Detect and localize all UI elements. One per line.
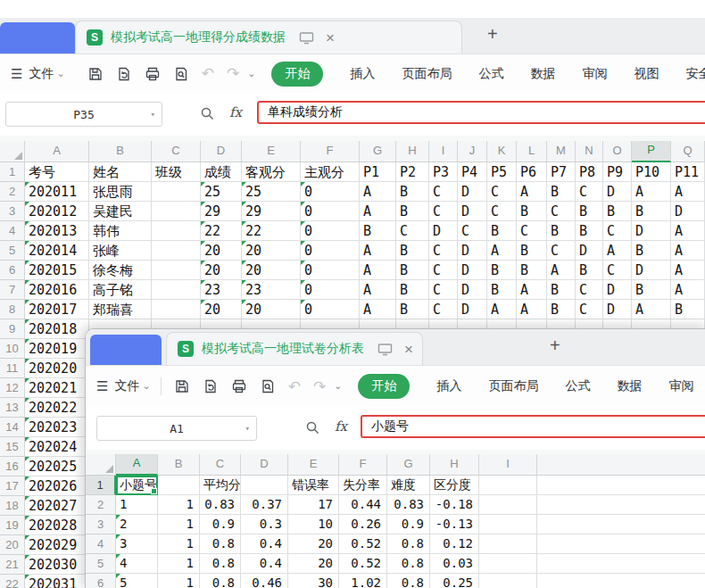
cell[interactable]: D [603, 300, 632, 319]
cell[interactable]: 0 [301, 280, 360, 300]
cell[interactable]: 班级 [152, 162, 201, 182]
cell[interactable]: D [458, 280, 487, 300]
save-icon[interactable] [174, 378, 190, 394]
cell[interactable]: C [429, 300, 458, 319]
col-header-O[interactable]: O [603, 141, 632, 162]
row-header-12[interactable]: 12 [0, 378, 25, 398]
cell[interactable]: D [632, 261, 671, 280]
cell[interactable]: B [487, 280, 517, 300]
cell[interactable]: 25 [201, 182, 242, 202]
cell[interactable]: 小题号 [116, 476, 158, 495]
cell[interactable]: 0.8 [387, 534, 430, 554]
cell[interactable]: 失分率 [339, 476, 387, 495]
cell[interactable]: 1.02 [339, 574, 387, 588]
col-header-K[interactable]: K [487, 141, 517, 162]
row-header-21[interactable]: 21 [0, 555, 25, 575]
cell[interactable]: A [547, 261, 576, 280]
row-header-16[interactable]: 16 [0, 457, 25, 476]
cell[interactable]: C [576, 280, 603, 300]
cell[interactable]: 202016 [25, 280, 89, 300]
cell[interactable]: A [487, 300, 517, 319]
cell[interactable]: 20 [288, 534, 339, 554]
cell[interactable]: 20 [288, 554, 339, 574]
cell[interactable]: 客观分 [242, 162, 301, 182]
cell[interactable]: D [632, 221, 671, 241]
cell[interactable]: B [396, 300, 429, 319]
cell[interactable] [479, 574, 537, 588]
cell[interactable]: 1 [158, 534, 200, 554]
cell[interactable]: B [487, 221, 517, 241]
row-header-2[interactable]: 2 [86, 495, 116, 515]
cell[interactable]: 郑瑞喜 [89, 300, 152, 319]
cell[interactable]: C [429, 241, 458, 261]
cell[interactable]: B [396, 261, 429, 280]
cell[interactable]: 0.8 [387, 574, 430, 588]
cell[interactable]: 202024 [25, 437, 89, 457]
cell[interactable]: C [603, 261, 632, 280]
ribbon-tab-审阅[interactable]: 审阅 [582, 66, 607, 82]
row-header-6[interactable]: 6 [86, 574, 116, 588]
row-header-18[interactable]: 18 [0, 496, 25, 516]
cell[interactable]: A [517, 182, 547, 202]
cell[interactable]: P10 [632, 162, 671, 182]
cell[interactable]: A [603, 241, 632, 261]
cell[interactable]: A [360, 241, 396, 261]
row-header-6[interactable]: 6 [0, 261, 25, 280]
name-box[interactable]: P35 ▾ [5, 102, 162, 127]
cell[interactable]: A [671, 241, 705, 261]
cell[interactable]: A [487, 241, 517, 261]
cell[interactable]: 29 [201, 202, 242, 221]
cell[interactable]: 错误率 [288, 476, 339, 495]
cell[interactable]: 202027 [25, 496, 89, 516]
col-header-Q[interactable]: Q [671, 141, 705, 162]
cell[interactable]: B [547, 182, 576, 202]
cell[interactable]: B [360, 221, 396, 241]
cell[interactable]: 17 [288, 495, 339, 515]
cell[interactable]: 张峰 [89, 241, 152, 261]
cell[interactable]: A [671, 261, 705, 280]
cell[interactable]: 区分度 [430, 476, 479, 495]
cell[interactable]: 202012 [25, 202, 89, 221]
cell[interactable]: D [458, 300, 487, 319]
cell[interactable]: C [396, 221, 429, 241]
cell[interactable]: D [603, 280, 632, 300]
cell[interactable] [241, 476, 288, 495]
formula-input[interactable]: 单科成绩分析 [257, 101, 705, 124]
col-header-J[interactable]: J [458, 141, 487, 162]
cell[interactable]: C [576, 182, 603, 202]
cell[interactable] [537, 534, 705, 554]
cell[interactable]: 202014 [25, 241, 89, 261]
cell[interactable] [537, 574, 705, 588]
ribbon-tab-start[interactable]: 开始 [271, 62, 323, 87]
row-header-11[interactable]: 11 [0, 359, 25, 378]
undo-icon[interactable]: ↶ [288, 377, 301, 396]
cell[interactable]: 0.4 [241, 534, 288, 554]
new-tab-button[interactable]: + [550, 335, 560, 356]
col-header-B[interactable]: B [158, 454, 200, 476]
cell[interactable]: 0.03 [430, 554, 479, 574]
col-header-C[interactable]: C [152, 141, 201, 162]
file-caret-icon[interactable]: ⌄ [142, 384, 150, 389]
cell[interactable]: 202013 [25, 221, 89, 241]
row-header-1[interactable]: 1 [0, 162, 25, 182]
row-header-17[interactable]: 17 [0, 476, 25, 496]
row-header-3[interactable]: 3 [86, 515, 116, 534]
row-header-5[interactable]: 5 [0, 241, 25, 261]
cell[interactable]: -0.13 [430, 515, 479, 534]
print-icon[interactable] [231, 378, 247, 394]
row-header-3[interactable]: 3 [0, 202, 25, 221]
row-header-7[interactable]: 7 [0, 280, 25, 300]
cell[interactable] [479, 554, 537, 574]
row-header-20[interactable]: 20 [0, 535, 25, 555]
cell[interactable]: 23 [201, 280, 242, 300]
row-header-14[interactable]: 14 [0, 418, 25, 437]
cell[interactable]: 202030 [25, 555, 89, 575]
cell[interactable]: 0 [301, 182, 360, 202]
print-preview-icon[interactable] [260, 378, 276, 394]
cell[interactable]: 22 [201, 221, 242, 241]
cell[interactable]: B [517, 241, 547, 261]
row-header-2[interactable]: 2 [0, 182, 25, 202]
cell[interactable]: 张思雨 [89, 182, 152, 202]
col-header-blank[interactable] [537, 454, 705, 476]
cell[interactable]: 1 [158, 495, 200, 515]
